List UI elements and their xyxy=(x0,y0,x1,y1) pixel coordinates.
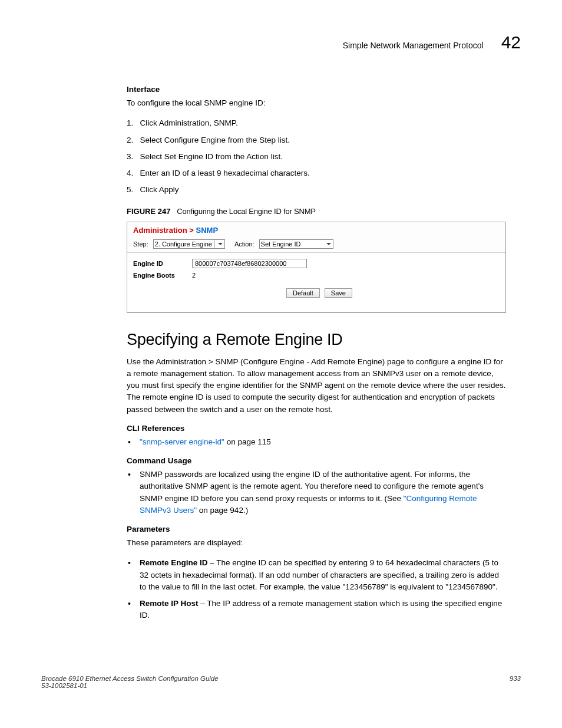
chapter-number: 42 xyxy=(501,32,521,52)
header-title: Simple Network Management Protocol xyxy=(343,41,484,50)
command-usage-heading: Command Usage xyxy=(127,456,506,465)
cli-link[interactable]: "snmp-server engine-id" xyxy=(140,437,224,446)
save-button[interactable]: Save xyxy=(325,288,352,298)
page-number: 933 xyxy=(510,675,521,689)
page-footer: Brocade 6910 Ethernet Access Switch Conf… xyxy=(41,675,521,689)
action-select[interactable]: Set Engine ID xyxy=(259,239,333,249)
interface-heading: Interface xyxy=(127,85,506,94)
engine-boots-label: Engine Boots xyxy=(133,272,192,279)
parameters-intro: These parameters are displayed: xyxy=(127,537,506,549)
interface-intro: To configure the local SNMP engine ID: xyxy=(127,97,506,109)
step-item: 2. Select Configure Engine from the Step… xyxy=(127,134,506,146)
snmp-screenshot: Administration > SNMP Step: 2. Configure… xyxy=(127,222,506,313)
chevron-down-icon xyxy=(217,241,223,247)
engine-id-label: Engine ID xyxy=(133,260,192,267)
figure-title: Configuring the Local Engine ID for SNMP xyxy=(177,207,316,216)
step-label: Step: xyxy=(133,241,148,248)
cli-references-heading: CLI References xyxy=(127,424,506,433)
footer-docnum: 53-1002581-01 xyxy=(41,682,219,689)
action-label: Action: xyxy=(234,241,254,248)
interface-steps: 1. Click Administration, SNMP. 2. Select… xyxy=(127,117,506,196)
step-select[interactable]: 2. Configure Engine xyxy=(153,239,225,249)
step-item: 1. Click Administration, SNMP. xyxy=(127,117,506,129)
engine-boots-value: 2 xyxy=(192,272,196,279)
chevron-down-icon xyxy=(326,241,332,247)
step-item: 3. Select Set Engine ID from the Action … xyxy=(127,151,506,163)
parameter-item: Remote Engine ID – The engine ID can be … xyxy=(127,557,506,593)
step-item: 4. Enter an ID of a least 9 hexadecimal … xyxy=(127,167,506,179)
param-name: Remote Engine ID xyxy=(140,558,208,567)
page-header: Simple Network Management Protocol 42 xyxy=(41,32,521,52)
footer-title: Brocade 6910 Ethernet Access Switch Conf… xyxy=(41,675,219,682)
parameter-item: Remote IP Host – The IP address of a rem… xyxy=(127,598,506,622)
section-title: Specifying a Remote Engine ID xyxy=(127,331,506,349)
param-name: Remote IP Host xyxy=(140,599,199,608)
parameters-heading: Parameters xyxy=(127,525,506,533)
figure-number: FIGURE 247 xyxy=(127,207,170,216)
step-item: 5. Click Apply xyxy=(127,184,506,196)
default-button[interactable]: Default xyxy=(286,288,320,298)
breadcrumb-root: Administration > xyxy=(133,226,196,235)
breadcrumb-page: SNMP xyxy=(196,226,219,235)
breadcrumb: Administration > SNMP xyxy=(127,222,505,237)
engine-id-input[interactable] xyxy=(192,259,307,268)
figure-caption: FIGURE 247 Configuring the Local Engine … xyxy=(127,207,506,216)
cli-reference-item: "snmp-server engine-id" on page 115 xyxy=(127,436,506,448)
section-intro: Use the Administration > SNMP (Configure… xyxy=(127,356,506,416)
command-usage-item: SNMP passwords are localized using the e… xyxy=(127,469,506,516)
